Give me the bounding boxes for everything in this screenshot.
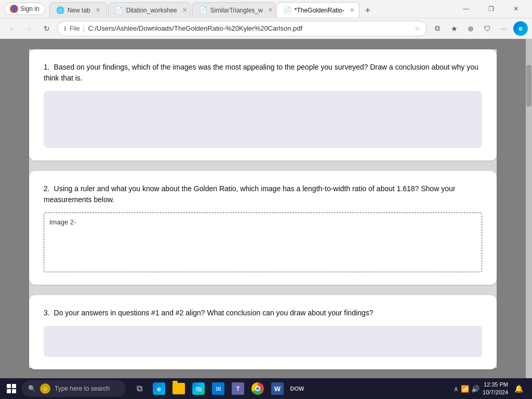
chrome-icon [251, 382, 264, 395]
question-1-number: 1. [44, 63, 50, 71]
tabs-area: 🌐 New tab ✕ 📄 Dilation_workshee ✕ 📄 Simi… [49, 0, 454, 18]
sign-in-label: Sign in [20, 5, 39, 12]
more-button[interactable]: ··· [497, 21, 511, 36]
question-1-answer-box[interactable] [44, 91, 482, 148]
dow-label: DOW [288, 381, 307, 396]
taskbar-right: ∧ 📶 🔊 12:35 PM 10/7/2024 🔔 [454, 381, 529, 397]
taskbar-search[interactable]: 🔍 ⊙ Type here to search [22, 380, 126, 397]
teams-button[interactable]: T [229, 379, 247, 398]
url-box[interactable]: ℹ File | C:/Users/Ashlee/Downloads/TheGo… [57, 21, 427, 36]
toolbar-icons: ⧉ ★ ⊕ 🛡 ··· e [430, 21, 528, 36]
tab-dilation-icon: 📄 [115, 6, 123, 14]
question-3-text: 3. Do your answers in questions #1 and #… [44, 308, 482, 318]
back-button[interactable]: ‹ [4, 21, 19, 36]
start-icon [7, 384, 16, 393]
word-button[interactable]: W [268, 379, 287, 398]
tab-dilation-close[interactable]: ✕ [182, 7, 187, 14]
word-icon: W [271, 382, 284, 395]
tab-goldenratio-close[interactable]: ✕ [350, 7, 354, 14]
question-card-3: 3. Do your answers in questions #1 and #… [29, 295, 497, 369]
tab-similar-close[interactable]: ✕ [268, 7, 273, 14]
user-icon: 👤 [10, 5, 18, 13]
question-2-answer-text: Image 2- [49, 218, 76, 226]
mail-button[interactable]: ✉ [209, 379, 228, 398]
question-2-body: Using a ruler and what you know about th… [44, 184, 455, 204]
new-tab-button[interactable]: + [361, 3, 375, 18]
start-button[interactable] [3, 380, 20, 397]
clock-time: 12:35 PM [483, 381, 508, 389]
pdf-container: 1. Based on your findings, which of the … [0, 39, 532, 378]
clock-date: 10/7/2024 [483, 389, 508, 396]
tab-goldenratio-label: *TheGoldenRatio- [295, 7, 344, 14]
browser-essentials-button[interactable]: 🛡 [480, 21, 495, 36]
tab-similar-icon: 📄 [199, 6, 207, 14]
close-button[interactable]: ✕ [504, 0, 528, 18]
tab-newtab[interactable]: 🌐 New tab ✕ [49, 2, 107, 18]
task-view-button[interactable]: ⧉ [130, 379, 149, 398]
restore-button[interactable]: ❐ [479, 0, 503, 18]
tray-chevron[interactable]: ∧ [454, 385, 459, 393]
sign-in-button[interactable]: 👤 Sign in [4, 3, 45, 15]
split-tab-button[interactable]: ⧉ [430, 21, 445, 36]
question-2-answer-box[interactable]: Image 2- [44, 212, 482, 272]
question-3-body: Do your answers in questions #1 and #2 a… [54, 309, 374, 317]
title-bar: 👤 Sign in 🌐 New tab ✕ 📄 Dilation_workshe… [0, 0, 532, 18]
minimize-button[interactable]: — [454, 0, 478, 18]
store-icon: 🛍 [192, 382, 205, 395]
tab-similar-label: SimilarTriangles_w [210, 7, 263, 14]
star-icon[interactable]: ☆ [415, 25, 420, 32]
network-icon[interactable]: 📶 [461, 385, 469, 393]
forward-button[interactable]: › [22, 21, 36, 36]
address-bar: ‹ › ↻ ℹ File | C:/Users/Ashlee/Downloads… [0, 18, 532, 39]
question-2-number: 2. [44, 184, 50, 193]
task-view-icon: ⧉ [137, 384, 142, 393]
edge-app-icon: e [153, 382, 165, 395]
taskbar: 🔍 ⊙ Type here to search ⧉ e 🛍 ✉ T W [0, 378, 532, 399]
search-placeholder: Type here to search [55, 385, 110, 392]
info-icon: ℹ [64, 25, 66, 32]
clock[interactable]: 12:35 PM 10/7/2024 [483, 381, 508, 397]
chrome-button[interactable] [248, 379, 267, 398]
pdf-page: 1. Based on your findings, which of the … [29, 49, 497, 368]
refresh-button[interactable]: ↻ [39, 21, 54, 36]
question-1-text: 1. Based on your findings, which of the … [44, 62, 482, 84]
tab-dilation-label: Dilation_workshee [126, 7, 177, 14]
mail-icon: ✉ [212, 382, 224, 395]
store-button[interactable]: 🛍 [189, 379, 208, 398]
tab-newtab-label: New tab [68, 7, 90, 14]
window-controls: — ❐ ✕ [454, 0, 528, 18]
file-label: File [70, 25, 79, 32]
scrollbar-thumb[interactable] [526, 65, 531, 107]
question-1-body: Based on your findings, which of the ima… [44, 63, 478, 82]
scrollbar[interactable] [526, 39, 532, 378]
question-3-answer-box[interactable] [44, 326, 482, 357]
tab-dilation[interactable]: 📄 Dilation_workshee ✕ [108, 2, 191, 18]
collections-button[interactable]: ⊕ [463, 21, 478, 36]
tab-goldenratio-icon: 📄 [283, 6, 291, 14]
tab-newtab-close[interactable]: ✕ [96, 7, 100, 14]
question-card-2: 2. Using a ruler and what you know about… [29, 171, 497, 285]
favorites-button[interactable]: ★ [447, 21, 461, 36]
search-icon: 🔍 [28, 385, 36, 392]
bing-coin-icon: ⊙ [40, 383, 50, 394]
tab-similar[interactable]: 📄 SimilarTriangles_w ✕ [192, 2, 275, 18]
file-explorer-button[interactable] [169, 379, 188, 398]
edge-copilot-icon[interactable]: e [513, 21, 528, 36]
question-card-1: 1. Based on your findings, which of the … [29, 49, 497, 161]
question-3-number: 3. [44, 309, 50, 317]
file-explorer-icon [172, 383, 185, 394]
teams-icon: T [232, 382, 244, 395]
notification-button[interactable]: 🔔 [511, 381, 526, 396]
volume-icon[interactable]: 🔊 [471, 385, 480, 393]
dow-button[interactable]: DOW [288, 379, 307, 398]
tab-newtab-icon: 🌐 [56, 6, 64, 14]
pdf-scroll-area[interactable]: 1. Based on your findings, which of the … [0, 39, 526, 378]
question-2-text: 2. Using a ruler and what you know about… [44, 183, 482, 205]
url-text: C:/Users/Ashlee/Downloads/TheGoldenRatio… [88, 24, 412, 32]
edge-app-button[interactable]: e [150, 379, 168, 398]
sys-tray: ∧ 📶 🔊 [454, 385, 480, 393]
tab-goldenratio[interactable]: 📄 *TheGoldenRatio- ✕ [276, 2, 360, 18]
taskbar-apps: ⧉ e 🛍 ✉ T W DOW [130, 379, 307, 398]
